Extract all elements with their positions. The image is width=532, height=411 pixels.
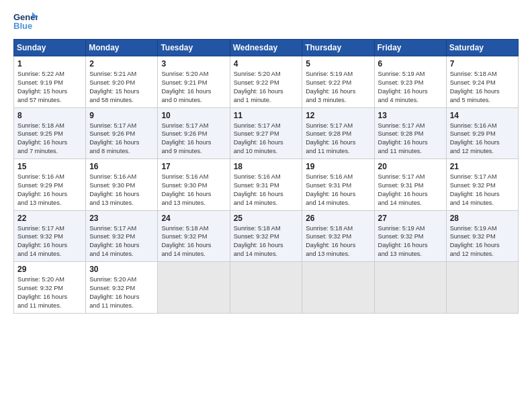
calendar-cell: 27Sunrise: 5:19 AM Sunset: 9:32 PM Dayli… [374, 210, 446, 262]
weekday-header: Wednesday [230, 40, 302, 56]
day-info: Sunrise: 5:17 AM Sunset: 9:32 PM Dayligh… [450, 173, 515, 208]
calendar-cell: 13Sunrise: 5:17 AM Sunset: 9:28 PM Dayli… [374, 107, 446, 159]
day-number: 8 [17, 111, 82, 120]
calendar-cell: 21Sunrise: 5:17 AM Sunset: 9:32 PM Dayli… [446, 159, 518, 211]
day-info: Sunrise: 5:19 AM Sunset: 9:22 PM Dayligh… [306, 70, 370, 105]
day-info: Sunrise: 5:20 AM Sunset: 9:22 PM Dayligh… [234, 70, 299, 105]
day-info: Sunrise: 5:17 AM Sunset: 9:27 PM Dayligh… [234, 122, 299, 156]
day-info: Sunrise: 5:16 AM Sunset: 9:29 PM Dayligh… [17, 173, 82, 208]
calendar-week-row: 29Sunrise: 5:20 AM Sunset: 9:32 PM Dayli… [14, 262, 519, 314]
calendar-cell: 20Sunrise: 5:17 AM Sunset: 9:31 PM Dayli… [374, 159, 446, 211]
calendar-cell: 2Sunrise: 5:21 AM Sunset: 9:20 PM Daylig… [86, 56, 158, 108]
calendar-cell [302, 262, 374, 314]
calendar-cell: 18Sunrise: 5:16 AM Sunset: 9:31 PM Dayli… [230, 159, 302, 211]
day-number: 4 [234, 59, 299, 68]
calendar-header-row: SundayMondayTuesdayWednesdayThursdayFrid… [14, 40, 519, 56]
calendar-cell: 19Sunrise: 5:16 AM Sunset: 9:31 PM Dayli… [302, 159, 374, 211]
day-info: Sunrise: 5:18 AM Sunset: 9:32 PM Dayligh… [161, 224, 226, 259]
calendar-cell: 24Sunrise: 5:18 AM Sunset: 9:32 PM Dayli… [158, 210, 230, 262]
day-number: 20 [378, 162, 443, 171]
day-info: Sunrise: 5:17 AM Sunset: 9:26 PM Dayligh… [161, 122, 226, 156]
day-number: 15 [17, 162, 82, 171]
calendar-cell: 6Sunrise: 5:19 AM Sunset: 9:23 PM Daylig… [374, 56, 446, 108]
weekday-header: Monday [86, 40, 158, 56]
day-number: 1 [17, 59, 82, 68]
day-number: 27 [378, 214, 443, 223]
day-info: Sunrise: 5:17 AM Sunset: 9:31 PM Dayligh… [378, 173, 443, 208]
calendar-cell: 12Sunrise: 5:17 AM Sunset: 9:28 PM Dayli… [302, 107, 374, 159]
weekday-header: Tuesday [158, 40, 230, 56]
logo-icon: General Blue [13, 11, 38, 31]
day-info: Sunrise: 5:16 AM Sunset: 9:30 PM Dayligh… [161, 173, 226, 208]
calendar-cell: 17Sunrise: 5:16 AM Sunset: 9:30 PM Dayli… [158, 159, 230, 211]
day-info: Sunrise: 5:19 AM Sunset: 9:32 PM Dayligh… [378, 224, 443, 259]
day-info: Sunrise: 5:18 AM Sunset: 9:32 PM Dayligh… [306, 224, 370, 259]
calendar-cell [446, 262, 518, 314]
calendar-cell: 22Sunrise: 5:17 AM Sunset: 9:32 PM Dayli… [14, 210, 86, 262]
day-info: Sunrise: 5:18 AM Sunset: 9:25 PM Dayligh… [17, 122, 82, 156]
day-info: Sunrise: 5:18 AM Sunset: 9:32 PM Dayligh… [234, 224, 299, 259]
day-info: Sunrise: 5:17 AM Sunset: 9:26 PM Dayligh… [89, 122, 154, 156]
day-number: 9 [89, 111, 154, 120]
calendar-cell [374, 262, 446, 314]
day-info: Sunrise: 5:22 AM Sunset: 9:19 PM Dayligh… [17, 70, 82, 105]
calendar-cell: 30Sunrise: 5:20 AM Sunset: 9:32 PM Dayli… [86, 262, 158, 314]
calendar-cell: 1Sunrise: 5:22 AM Sunset: 9:19 PM Daylig… [14, 56, 86, 108]
day-number: 2 [89, 59, 154, 68]
calendar-week-row: 15Sunrise: 5:16 AM Sunset: 9:29 PM Dayli… [14, 159, 519, 211]
calendar-cell: 23Sunrise: 5:17 AM Sunset: 9:32 PM Dayli… [86, 210, 158, 262]
day-number: 3 [161, 59, 226, 68]
calendar-cell: 16Sunrise: 5:16 AM Sunset: 9:30 PM Dayli… [86, 159, 158, 211]
day-info: Sunrise: 5:17 AM Sunset: 9:32 PM Dayligh… [89, 224, 154, 259]
day-info: Sunrise: 5:16 AM Sunset: 9:31 PM Dayligh… [306, 173, 370, 208]
day-number: 12 [306, 111, 370, 120]
day-number: 17 [161, 162, 226, 171]
day-info: Sunrise: 5:17 AM Sunset: 9:32 PM Dayligh… [17, 224, 82, 259]
day-number: 5 [306, 59, 370, 68]
calendar-cell: 3Sunrise: 5:20 AM Sunset: 9:21 PM Daylig… [158, 56, 230, 108]
day-number: 30 [89, 265, 154, 274]
logo: General Blue [13, 11, 38, 31]
calendar-cell [158, 262, 230, 314]
calendar-cell: 25Sunrise: 5:18 AM Sunset: 9:32 PM Dayli… [230, 210, 302, 262]
svg-text:Blue: Blue [13, 21, 32, 31]
day-number: 24 [161, 214, 226, 223]
calendar-table: SundayMondayTuesdayWednesdayThursdayFrid… [13, 39, 519, 314]
calendar-cell: 5Sunrise: 5:19 AM Sunset: 9:22 PM Daylig… [302, 56, 374, 108]
day-info: Sunrise: 5:19 AM Sunset: 9:23 PM Dayligh… [378, 70, 443, 105]
weekday-header: Thursday [302, 40, 374, 56]
day-info: Sunrise: 5:20 AM Sunset: 9:32 PM Dayligh… [89, 275, 154, 310]
calendar-cell: 4Sunrise: 5:20 AM Sunset: 9:22 PM Daylig… [230, 56, 302, 108]
day-number: 19 [306, 162, 370, 171]
day-info: Sunrise: 5:17 AM Sunset: 9:28 PM Dayligh… [306, 122, 370, 156]
day-info: Sunrise: 5:20 AM Sunset: 9:32 PM Dayligh… [17, 275, 82, 310]
day-info: Sunrise: 5:20 AM Sunset: 9:21 PM Dayligh… [161, 70, 226, 105]
day-info: Sunrise: 5:21 AM Sunset: 9:20 PM Dayligh… [89, 70, 154, 105]
weekday-header: Sunday [14, 40, 86, 56]
day-info: Sunrise: 5:16 AM Sunset: 9:31 PM Dayligh… [234, 173, 299, 208]
calendar-week-row: 1Sunrise: 5:22 AM Sunset: 9:19 PM Daylig… [14, 56, 519, 108]
day-number: 7 [450, 59, 515, 68]
day-info: Sunrise: 5:18 AM Sunset: 9:24 PM Dayligh… [450, 70, 515, 105]
day-number: 11 [234, 111, 299, 120]
calendar-cell: 15Sunrise: 5:16 AM Sunset: 9:29 PM Dayli… [14, 159, 86, 211]
day-number: 18 [234, 162, 299, 171]
day-number: 13 [378, 111, 443, 120]
calendar-cell: 10Sunrise: 5:17 AM Sunset: 9:26 PM Dayli… [158, 107, 230, 159]
calendar-week-row: 8Sunrise: 5:18 AM Sunset: 9:25 PM Daylig… [14, 107, 519, 159]
day-number: 6 [378, 59, 443, 68]
day-number: 26 [306, 214, 370, 223]
calendar-cell: 11Sunrise: 5:17 AM Sunset: 9:27 PM Dayli… [230, 107, 302, 159]
calendar-cell: 14Sunrise: 5:16 AM Sunset: 9:29 PM Dayli… [446, 107, 518, 159]
calendar-cell: 7Sunrise: 5:18 AM Sunset: 9:24 PM Daylig… [446, 56, 518, 108]
day-number: 22 [17, 214, 82, 223]
day-number: 25 [234, 214, 299, 223]
day-info: Sunrise: 5:16 AM Sunset: 9:29 PM Dayligh… [450, 122, 515, 156]
day-number: 14 [450, 111, 515, 120]
day-info: Sunrise: 5:17 AM Sunset: 9:28 PM Dayligh… [378, 122, 443, 156]
weekday-header: Saturday [446, 40, 518, 56]
calendar-cell: 26Sunrise: 5:18 AM Sunset: 9:32 PM Dayli… [302, 210, 374, 262]
calendar-cell: 28Sunrise: 5:19 AM Sunset: 9:32 PM Dayli… [446, 210, 518, 262]
day-number: 29 [17, 265, 82, 274]
page: General Blue SundayMondayTuesdayWednesda… [0, 0, 532, 411]
